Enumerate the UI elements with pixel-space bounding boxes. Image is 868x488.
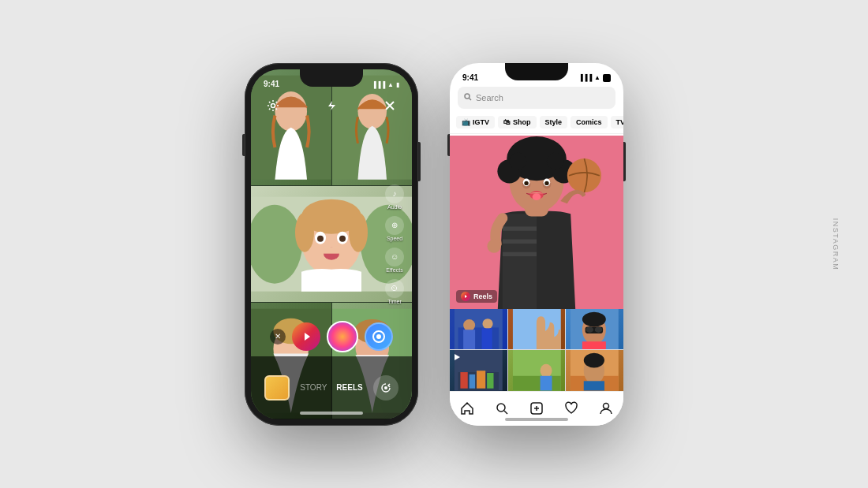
notch-right <box>505 63 568 80</box>
nav-home[interactable] <box>455 396 480 421</box>
svg-point-52 <box>463 319 475 331</box>
tab-comics-label: Comics <box>576 118 602 126</box>
svg-rect-69 <box>477 371 485 388</box>
grid-cell-2[interactable] <box>508 309 566 350</box>
reels-badge-icon <box>461 292 470 301</box>
status-time-left: 9:41 <box>264 80 279 88</box>
grid-cell-6[interactable] <box>566 350 623 391</box>
svg-rect-16 <box>324 247 339 253</box>
audio-label: Audio <box>387 204 402 210</box>
svg-rect-55 <box>482 328 492 349</box>
battery-icon-right: ▮ <box>603 74 611 82</box>
home-indicator-left <box>300 412 363 415</box>
tab-style-label: Style <box>545 118 563 126</box>
signal-icon-right: ▐▐▐ <box>578 74 592 81</box>
camera-side-menu: ♪ Audio ⊕ Speed ☺ Effects ⏲ Timer <box>385 184 404 304</box>
shop-icon: 🛍 <box>503 118 511 126</box>
tab-tv-label: TV & Movie <box>616 118 623 126</box>
svg-point-10 <box>349 212 368 251</box>
svg-rect-67 <box>460 372 467 389</box>
status-time-right: 9:41 <box>462 73 478 82</box>
svg-point-61 <box>595 326 602 332</box>
svg-point-79 <box>584 353 604 368</box>
speed-icon: ⊕ <box>385 216 404 235</box>
filter-btn-2[interactable] <box>327 321 358 352</box>
audio-icon: ♪ <box>385 184 404 203</box>
settings-icon[interactable] <box>262 95 284 117</box>
svg-point-81 <box>497 404 505 412</box>
home-indicator-right <box>505 418 568 421</box>
reels-badge: Reels <box>456 290 497 303</box>
flash-icon[interactable] <box>320 95 342 117</box>
photo-grid <box>450 309 623 391</box>
tab-shop[interactable]: 🛍 Shop <box>498 116 537 129</box>
watermark: INSTAGRAM <box>832 218 840 270</box>
timer-menu-item[interactable]: ⏲ Timer <box>385 279 404 304</box>
filter-btn-1[interactable] <box>292 322 320 351</box>
timer-icon: ⏲ <box>385 279 404 298</box>
grid-cell-1[interactable] <box>450 309 507 350</box>
effects-icon: ☺ <box>385 248 404 266</box>
svg-point-13 <box>317 235 324 241</box>
reels-tab[interactable]: REELS <box>336 383 362 392</box>
video-icon <box>453 353 461 363</box>
svg-rect-29 <box>503 226 537 230</box>
camera-mode-tabs: STORY REELS <box>300 383 362 392</box>
grid-cell-3[interactable] <box>566 309 623 350</box>
search-bar[interactable]: Search <box>458 87 615 109</box>
status-icons-right: ▐▐▐ ▲ ▮ <box>578 74 611 82</box>
notch-left <box>300 69 363 87</box>
hero-image: Reels <box>450 136 623 309</box>
svg-rect-31 <box>503 251 537 255</box>
svg-point-9 <box>295 212 314 251</box>
nav-profile[interactable] <box>593 396 619 421</box>
svg-marker-49 <box>465 295 467 298</box>
svg-rect-30 <box>503 239 537 243</box>
filter-row: ✕ <box>251 321 412 352</box>
flip-camera-btn[interactable] <box>373 375 398 400</box>
right-phone-screen: 9:41 ▐▐▐ ▲ ▮ Search <box>450 63 623 426</box>
filter-btn-3[interactable] <box>365 322 393 351</box>
tab-shop-label: Shop <box>513 118 531 126</box>
grid-cell-5[interactable] <box>508 350 566 391</box>
svg-rect-53 <box>463 330 475 349</box>
close-icon[interactable] <box>379 95 401 117</box>
left-phone-screen: 9:41 ▐▐▐ ▲ ▮ <box>251 69 412 419</box>
speed-label: Speed <box>387 236 402 241</box>
gallery-thumbnail[interactable] <box>264 375 290 400</box>
svg-point-47 <box>567 158 601 192</box>
tab-igtv[interactable]: 📺 IGTV <box>456 116 495 129</box>
grid-cell-4[interactable] <box>450 350 507 391</box>
svg-point-14 <box>339 235 346 241</box>
svg-rect-80 <box>584 381 604 390</box>
wifi-icon: ▲ <box>387 81 394 88</box>
search-icon <box>464 93 472 102</box>
right-phone: 9:41 ▐▐▐ ▲ ▮ Search <box>450 63 623 426</box>
category-tabs: 📺 IGTV 🛍 Shop Style Comics TV & Movie <box>450 112 623 134</box>
tab-tv-movie[interactable]: TV & Movie <box>611 116 623 129</box>
svg-point-43 <box>524 181 528 184</box>
svg-rect-70 <box>487 373 493 389</box>
svg-point-54 <box>482 319 492 329</box>
svg-point-26 <box>465 94 470 99</box>
svg-point-46 <box>533 193 541 200</box>
reels-badge-text: Reels <box>473 292 492 300</box>
filter-close-btn[interactable]: ✕ <box>270 329 286 345</box>
audio-menu-item[interactable]: ♪ Audio <box>385 184 404 210</box>
speed-menu-item[interactable]: ⊕ Speed <box>385 216 404 241</box>
camera-controls-top <box>251 95 412 117</box>
svg-point-38 <box>547 152 564 169</box>
camera-bottom-bar: STORY REELS <box>251 356 412 419</box>
story-tab[interactable]: STORY <box>300 383 327 392</box>
effects-menu-item[interactable]: ☺ Effects <box>385 248 404 273</box>
svg-rect-75 <box>540 376 552 391</box>
search-placeholder: Search <box>476 93 503 102</box>
tab-style[interactable]: Style <box>540 116 568 129</box>
battery-icon: ▮ <box>396 81 399 88</box>
svg-point-62 <box>582 311 606 326</box>
svg-point-48 <box>487 239 500 252</box>
hero-svg <box>450 136 623 309</box>
tab-comics[interactable]: Comics <box>571 116 608 129</box>
svg-point-37 <box>509 152 526 169</box>
left-phone: 9:41 ▐▐▐ ▲ ▮ <box>245 63 418 426</box>
